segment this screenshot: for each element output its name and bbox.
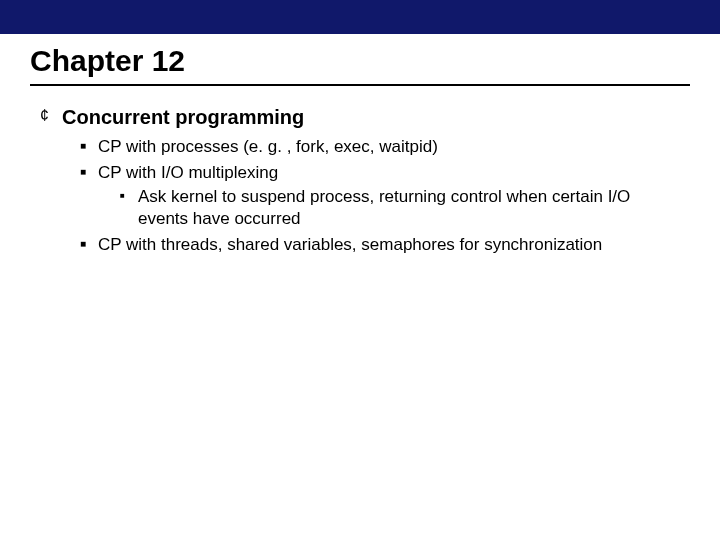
slide-title: Chapter 12	[0, 34, 720, 78]
list-item: ■ CP with processes (e. g. , fork, exec,…	[80, 136, 680, 158]
square-bullet-icon: ■	[80, 162, 98, 182]
circle-bullet-icon: ¢	[40, 104, 62, 128]
slide: Chapter 12 ¢ Concurrent programming ■ CP…	[0, 0, 720, 540]
list-item-label: CP with threads, shared variables, semap…	[98, 234, 602, 256]
square-bullet-icon: ■	[120, 186, 138, 206]
section-heading: Concurrent programming	[62, 104, 304, 130]
list-item: ■ Ask kernel to suspend process, returni…	[120, 186, 680, 230]
list-item: ¢ Concurrent programming	[40, 104, 680, 130]
square-bullet-icon: ■	[80, 136, 98, 156]
list-item-label: CP with processes (e. g. , fork, exec, w…	[98, 136, 438, 158]
list-item: ■ CP with I/O multiplexing	[80, 162, 680, 184]
top-bar	[0, 0, 720, 34]
list-item-label: CP with I/O multiplexing	[98, 162, 278, 184]
list-item: ■ CP with threads, shared variables, sem…	[80, 234, 680, 256]
content-area: ¢ Concurrent programming ■ CP with proce…	[0, 86, 720, 256]
square-bullet-icon: ■	[80, 234, 98, 254]
list-item-label: Ask kernel to suspend process, returning…	[138, 186, 678, 230]
